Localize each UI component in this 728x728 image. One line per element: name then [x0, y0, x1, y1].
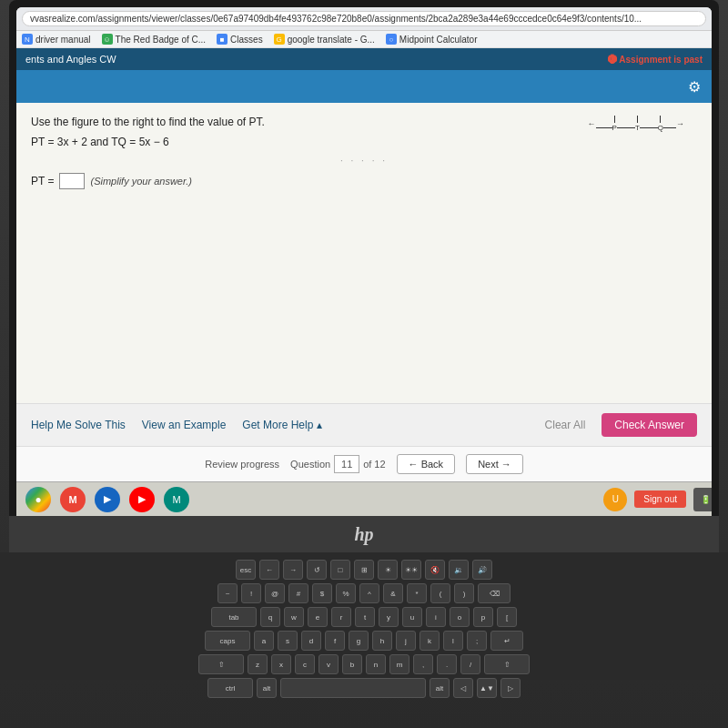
key-bright-down[interactable]: ☀ — [378, 560, 398, 580]
clear-all-button[interactable]: Clear All — [545, 419, 586, 431]
check-answer-button[interactable]: Check Answer — [602, 413, 697, 437]
bookmark-midpoint-label: Midpoint Calculator — [399, 35, 478, 45]
bookmark-translate[interactable]: G google translate - G... — [274, 34, 375, 45]
help-me-solve-link[interactable]: Help Me Solve This — [31, 419, 126, 431]
key-vol-down[interactable]: 🔉 — [449, 560, 469, 580]
key-w[interactable]: w — [284, 607, 304, 627]
key-enter[interactable]: ↵ — [490, 631, 523, 651]
key-slash[interactable]: / — [460, 654, 480, 674]
key-m[interactable]: m — [389, 654, 410, 674]
key-d[interactable]: d — [301, 631, 321, 651]
key-caps[interactable]: caps — [205, 631, 250, 651]
review-progress-text[interactable]: Review progress — [205, 459, 279, 470]
key-q[interactable]: q — [260, 607, 280, 627]
key-arrow-up-down[interactable]: ▲▼ — [477, 678, 497, 698]
key-e[interactable]: e — [308, 607, 328, 627]
youtube-icon[interactable]: ▶ — [129, 487, 155, 512]
key-ctrl[interactable]: ctrl — [207, 678, 253, 698]
key-3[interactable]: # — [288, 583, 308, 603]
key-1[interactable]: ! — [241, 583, 261, 603]
key-p[interactable]: p — [473, 607, 493, 627]
key-j[interactable]: j — [396, 631, 416, 651]
key-multitask[interactable]: ⊞ — [354, 560, 374, 580]
bookmark-classes[interactable]: ■ Classes — [217, 34, 263, 45]
key-back[interactable]: ← — [259, 560, 279, 580]
key-tilde[interactable]: ~ — [217, 583, 238, 603]
key-bracket[interactable]: [ — [497, 607, 517, 627]
key-7[interactable]: & — [383, 583, 403, 603]
key-alt-right[interactable]: alt — [430, 678, 450, 698]
key-arrow-right[interactable]: ▷ — [500, 678, 521, 698]
key-z[interactable]: z — [248, 654, 268, 674]
key-t[interactable]: t — [355, 607, 375, 627]
key-r[interactable]: r — [331, 607, 351, 627]
key-space[interactable] — [280, 678, 426, 698]
simplify-hint: (Simplify your answer.) — [90, 176, 191, 187]
key-esc[interactable]: esc — [236, 560, 256, 580]
taskbar-icons: ● M ▶ ▶ M — [25, 487, 189, 512]
key-bright-up[interactable]: ☀☀ — [401, 560, 421, 580]
key-f[interactable]: f — [325, 631, 345, 651]
key-shift-right[interactable]: ⇧ — [484, 654, 530, 674]
key-0[interactable]: ) — [454, 583, 474, 603]
key-2[interactable]: @ — [265, 583, 285, 603]
key-4[interactable]: $ — [312, 583, 332, 603]
key-a[interactable]: a — [254, 631, 274, 651]
nl-tick-t: T — [635, 116, 640, 132]
battery-icon: 🔋 — [693, 488, 712, 511]
bookmark-red-badge[interactable]: ☺ The Red Badge of C... — [102, 34, 207, 45]
key-b[interactable]: b — [342, 654, 362, 674]
bookmark-red-badge-icon: ☺ — [102, 34, 113, 45]
taskbar: ● M ▶ ▶ M U Sig — [16, 481, 712, 516]
key-tab[interactable]: tab — [211, 607, 257, 627]
key-x[interactable]: x — [271, 654, 291, 674]
get-more-help-link[interactable]: Get More Help ▴ — [242, 419, 321, 431]
nl-label-p: P — [612, 124, 617, 132]
question-indicator: Question 11 of 12 — [290, 455, 386, 473]
key-c[interactable]: c — [295, 654, 315, 674]
number-line: ← P T — [588, 116, 684, 132]
key-i[interactable]: i — [426, 607, 446, 627]
key-5[interactable]: % — [336, 583, 356, 603]
drive-icon[interactable]: ▶ — [95, 487, 120, 512]
bookmark-midpoint-icon: ○ — [386, 34, 397, 45]
key-g[interactable]: g — [349, 631, 369, 651]
meet-icon[interactable]: M — [164, 487, 189, 512]
key-o[interactable]: o — [450, 607, 470, 627]
key-n[interactable]: n — [366, 654, 386, 674]
key-shift-left[interactable]: ⇧ — [198, 654, 244, 674]
key-v[interactable]: v — [318, 654, 339, 674]
bookmark-midpoint[interactable]: ○ Midpoint Calculator — [386, 34, 478, 45]
key-semi[interactable]: ; — [467, 631, 487, 651]
key-period[interactable]: . — [437, 654, 457, 674]
key-9[interactable]: ( — [430, 583, 450, 603]
url-input[interactable]: vvasrealize.com/assignments/viewer/class… — [22, 11, 706, 26]
bookmark-driver[interactable]: N driver manual — [22, 34, 91, 45]
key-arrow-left[interactable]: ◁ — [453, 678, 473, 698]
key-fullscreen[interactable]: □ — [330, 560, 350, 580]
key-k[interactable]: k — [420, 631, 440, 651]
key-8[interactable]: * — [407, 583, 427, 603]
signout-button[interactable]: Sign out — [634, 490, 686, 508]
question-equation: PT = 3x + 2 and TQ = 5x − 6 — [31, 136, 697, 148]
next-button[interactable]: Next → — [466, 454, 523, 474]
key-comma[interactable]: , — [413, 654, 433, 674]
chrome-icon[interactable]: ● — [25, 487, 51, 512]
key-u[interactable]: u — [402, 607, 422, 627]
key-alt[interactable]: alt — [257, 678, 277, 698]
key-s[interactable]: s — [278, 631, 298, 651]
key-y[interactable]: y — [379, 607, 399, 627]
view-example-link[interactable]: View an Example — [142, 419, 227, 431]
gear-icon[interactable]: ⚙ — [688, 78, 701, 96]
key-h[interactable]: h — [372, 631, 392, 651]
answer-input[interactable] — [59, 173, 85, 189]
back-button[interactable]: ← Back — [397, 454, 456, 474]
gmail-icon[interactable]: M — [60, 487, 86, 512]
key-fwd[interactable]: → — [283, 560, 303, 580]
key-6[interactable]: ^ — [359, 583, 379, 603]
key-mute[interactable]: 🔇 — [425, 560, 445, 580]
key-vol-up[interactable]: 🔊 — [472, 560, 492, 580]
key-l[interactable]: l — [443, 631, 463, 651]
key-refresh[interactable]: ↺ — [307, 560, 327, 580]
key-backspace[interactable]: ⌫ — [478, 583, 511, 603]
